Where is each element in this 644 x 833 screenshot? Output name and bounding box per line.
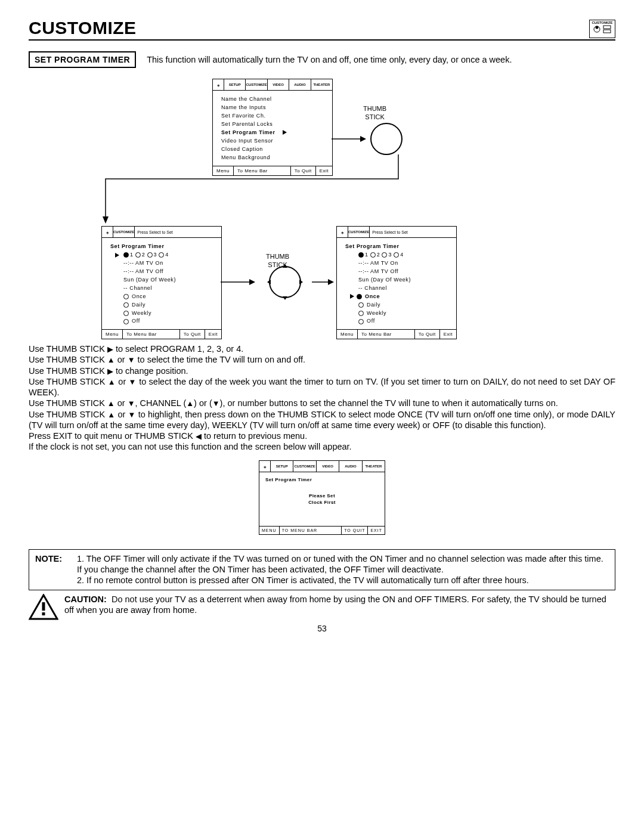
- radio-empty-icon: [147, 252, 153, 258]
- corner-customize-icon: CUSTOMIZE: [589, 20, 615, 38]
- tab-video: VIDEO: [268, 79, 289, 90]
- triangle-down-icon: ▼: [128, 410, 136, 419]
- menu-item: Name the Inputs: [221, 104, 326, 112]
- diagram-area: ◈ SETUP CUSTOMIZE VIDEO AUDIO THEATER Na…: [29, 75, 615, 343]
- radio-empty-icon: [394, 252, 399, 258]
- radio-empty-icon: [123, 302, 129, 308]
- screen-program-timer-right: ◈ CUSTOMIZE Press Select to Set Set Prog…: [336, 226, 457, 339]
- foot-exit: Exit: [439, 330, 456, 339]
- svg-point-10: [270, 267, 301, 298]
- instruction-line: If the clock is not set, you can not use…: [29, 441, 615, 452]
- radio-empty-icon: [358, 302, 364, 308]
- triangle-up-icon: ▲: [108, 377, 116, 386]
- mode-row: Weekly: [123, 309, 215, 318]
- svg-marker-7: [103, 216, 109, 224]
- clock-body: Set Program Timer Please Set Clock First: [259, 472, 385, 526]
- radio-empty-icon: [382, 252, 387, 258]
- menubar-3: ◈ CUSTOMIZE Press Select to Set: [337, 227, 456, 238]
- program-row: 1 2 3 4: [115, 251, 215, 259]
- foot-mid: To Menu Bar: [357, 330, 414, 339]
- menubar-dot-icon: ◈: [259, 461, 271, 472]
- menu-item: Set Parental Locks: [221, 120, 326, 129]
- timer-line: -- Channel: [123, 284, 215, 293]
- thumb-stick-label-1: THUMB STICK: [363, 105, 386, 122]
- svg-marker-13: [267, 280, 271, 284]
- radio-empty-icon: [358, 319, 364, 324]
- screen2-footer: Menu To Menu Bar To Quit Exit: [102, 329, 221, 339]
- instruction-line: Use THUMB STICK ▶ to select PROGRAM 1, 2…: [29, 343, 615, 354]
- radio-filled-icon: [357, 294, 362, 299]
- tab-setup: SETUP: [224, 79, 246, 90]
- connector-line-1: [92, 137, 402, 230]
- menu-item: Name the Channel: [221, 95, 326, 104]
- svg-rect-3: [603, 30, 611, 33]
- foot-menu: MENU: [259, 527, 279, 534]
- foot-mid: TO MENU BAR: [279, 527, 342, 534]
- triangle-down-icon: ▼: [128, 355, 135, 364]
- note-label: NOTE:: [35, 553, 67, 586]
- tab-audio: AUDIO: [289, 79, 311, 90]
- triangle-up-icon: ▲: [107, 399, 115, 408]
- corner-icon-glyph: [592, 24, 613, 34]
- svg-rect-19: [42, 612, 45, 615]
- page-title: CUSTOMIZE: [29, 18, 137, 38]
- foot-menu: Menu: [337, 330, 357, 339]
- triangle-left-icon: ◀: [196, 432, 202, 441]
- tab-theater: THEATER: [311, 79, 332, 90]
- instruction-line: Use THUMB STICK ▲ or ▼ to select the day…: [29, 376, 615, 398]
- radio-empty-icon: [123, 319, 129, 324]
- screen3-body: Set Program Timer 1 2 3 4 --:-- AM TV On…: [337, 238, 456, 329]
- screen2-title: Set Program Timer: [110, 243, 215, 251]
- press-select-label: Press Select to Set: [135, 227, 221, 237]
- caution-label: CAUTION:: [64, 594, 107, 604]
- tab-customize: CUSTOMIZE: [246, 79, 267, 90]
- radio-empty-icon: [370, 252, 376, 258]
- clock-message: Please Set Clock First: [265, 493, 379, 506]
- triangle-right-icon: ▶: [107, 345, 113, 354]
- caution-text: Do not use your TV as a deterrent when a…: [64, 594, 606, 615]
- tab-customize-small: CUSTOMIZE: [348, 227, 370, 237]
- header: CUSTOMIZE CUSTOMIZE: [29, 18, 615, 41]
- timer-line: --:-- AM TV Off: [358, 268, 450, 276]
- radio-filled-icon: [123, 252, 129, 258]
- clock-title: Set Program Timer: [265, 477, 379, 482]
- tab-customize-small: CUSTOMIZE: [113, 227, 135, 237]
- screen3-title: Set Program Timer: [345, 243, 450, 251]
- triangle-down-icon: ▼: [129, 377, 137, 386]
- foot-exit: EXIT: [367, 527, 385, 534]
- page-number: 53: [29, 624, 615, 633]
- mode-row: Daily: [358, 301, 450, 309]
- radio-empty-icon: [358, 311, 364, 316]
- mode-row: Daily: [123, 301, 215, 309]
- svg-marker-9: [249, 279, 255, 285]
- svg-rect-2: [603, 26, 611, 29]
- tab-video: VIDEO: [317, 461, 339, 472]
- timer-line: --:-- AM TV On: [358, 259, 450, 268]
- radio-empty-icon: [159, 252, 164, 258]
- screen3-footer: Menu To Menu Bar To Quit Exit: [337, 329, 456, 339]
- timer-line: -- Channel: [358, 284, 450, 293]
- instruction-line: Use THUMB STICK ▲ or ▼ to highlight, the…: [29, 409, 615, 431]
- tab-audio: AUDIO: [339, 461, 362, 472]
- menubar-dot-icon: ◈: [102, 227, 113, 237]
- tab-customize: CUSTOMIZE: [293, 461, 316, 472]
- radio-empty-icon: [123, 294, 129, 299]
- menubar-dot-icon: ◈: [213, 79, 224, 90]
- svg-marker-12: [283, 296, 287, 300]
- timer-line: Sun (Day Of Week): [358, 276, 450, 284]
- triangle-up-icon: ▲: [107, 355, 115, 364]
- radio-empty-icon: [123, 311, 129, 316]
- caution-row: CAUTION: Do not use your TV as a deterre…: [29, 594, 615, 620]
- arrow-right-icon: [115, 253, 119, 258]
- triangle-down-icon: ▼: [212, 399, 220, 408]
- triangle-up-icon: ▲: [186, 399, 194, 408]
- mode-row: Off: [123, 317, 215, 326]
- caution-triangle-icon: [29, 594, 58, 620]
- instruction-line: Use THUMB STICK ▶ to change position.: [29, 366, 615, 376]
- tab-theater: THEATER: [363, 461, 385, 472]
- timer-line: --:-- AM TV On: [123, 259, 215, 268]
- foot-exit: Exit: [205, 330, 221, 339]
- note-text: 1. The OFF Timer will only activate if t…: [77, 553, 609, 586]
- instruction-line: Press EXIT to quit menu or THUMB STICK ◀…: [29, 431, 615, 441]
- foot-mid: To Menu Bar: [122, 330, 179, 339]
